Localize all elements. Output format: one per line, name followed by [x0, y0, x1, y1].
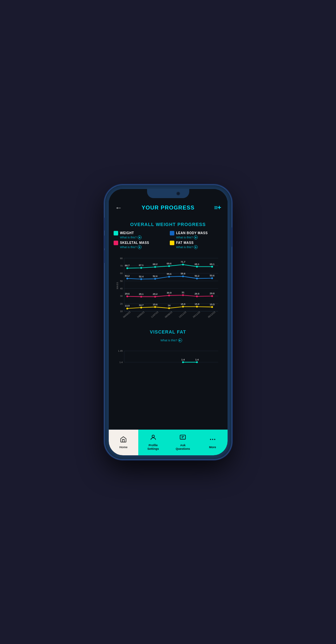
fat-dot-1	[126, 308, 128, 309]
fat-dot-3	[154, 306, 156, 308]
weight-what-is-this[interactable]: What is this? ▶	[120, 235, 167, 239]
fat-mass-info-icon[interactable]: ▶	[194, 245, 198, 249]
fat-dot-7	[211, 306, 213, 308]
svg-text:20: 20	[120, 302, 122, 305]
lean-dot-3	[154, 278, 156, 280]
overall-weight-chart: MASS 80 70 60 50	[114, 253, 223, 318]
svg-text:31: 31	[181, 291, 184, 294]
nav-home[interactable]: Home	[109, 430, 139, 455]
svg-text:15.6: 15.6	[153, 303, 157, 306]
phone-frame: ← YOUR PROGRESS ≡+ OVERALL WEIGHT PROGRE…	[105, 185, 231, 459]
svg-text:10: 10	[120, 310, 122, 313]
svg-text:05/12/23: 05/12/23	[207, 311, 216, 318]
weight-info-icon[interactable]: ▶	[138, 235, 142, 239]
nav-profile-settings[interactable]: Profile Settings	[138, 430, 168, 455]
chart-svg: MASS 80 70 60 50	[114, 253, 223, 318]
weight-dot-3	[154, 266, 156, 268]
svg-text:1.4: 1.4	[195, 358, 199, 361]
fat-dot-2	[140, 307, 142, 309]
svg-text:06/03/23: 06/03/23	[122, 311, 131, 318]
profile-icon	[150, 434, 157, 443]
home-icon	[120, 436, 127, 445]
weight-dot-1	[126, 267, 128, 269]
skeletal-dot-2	[140, 296, 142, 297]
skeletal-mass-what-is-this[interactable]: What is this? ▶	[120, 245, 167, 249]
skeletal-mass-color-box	[114, 241, 118, 245]
svg-text:67.1: 67.1	[139, 264, 143, 267]
skeletal-dot-6	[196, 295, 198, 297]
svg-text:55.8: 55.8	[180, 272, 185, 275]
svg-rect-62	[180, 435, 186, 439]
visceral-info-icon[interactable]: ▶	[178, 338, 182, 342]
svg-text:15.5: 15.5	[210, 303, 215, 306]
phone-screen: ← YOUR PROGRESS ≡+ OVERALL WEIGHT PROGRE…	[109, 189, 228, 455]
weight-color-box	[114, 231, 118, 235]
weight-label: WEIGHT	[120, 231, 134, 235]
skeletal-dot-5	[182, 294, 184, 296]
svg-text:53.6: 53.6	[210, 274, 215, 277]
svg-text:24/05/23: 24/05/23	[136, 311, 144, 318]
svg-text:53.2: 53.2	[125, 274, 130, 277]
weight-dot-7	[211, 266, 213, 268]
weight-dot-2	[140, 267, 142, 269]
svg-text:29.5: 29.5	[194, 292, 199, 295]
svg-text:29.8: 29.8	[210, 292, 215, 295]
lean-dot-6	[196, 277, 198, 279]
scroll-area[interactable]: OVERALL WEIGHT PROGRESS WEIGHT What is t…	[109, 217, 228, 429]
legend-skeletal-mass: SKELETAL MASS What is this? ▶	[114, 241, 167, 249]
fat-dot-6	[196, 306, 198, 308]
nav-more[interactable]: More	[198, 430, 228, 455]
chat-icon	[179, 434, 186, 443]
svg-text:30: 30	[120, 295, 122, 297]
app-content: ← YOUR PROGRESS ≡+ OVERALL WEIGHT PROGRE…	[109, 189, 228, 455]
skeletal-mass-label: SKELETAL MASS	[120, 241, 149, 245]
svg-text:40: 40	[120, 287, 122, 290]
legend-weight: WEIGHT What is this? ▶	[114, 231, 167, 239]
skeletal-dot-4	[168, 295, 170, 297]
overall-weight-section: OVERALL WEIGHT PROGRESS WEIGHT What is t…	[109, 217, 228, 323]
svg-text:29.1: 29.1	[139, 292, 143, 295]
fat-mass-color-box	[170, 241, 174, 245]
svg-text:52.6: 52.6	[153, 274, 157, 277]
visceral-section-title: VISCERAL FAT	[114, 329, 223, 335]
svg-text:15.9: 15.9	[194, 302, 199, 305]
nav-ask-label: Ask Questions	[176, 444, 190, 451]
lean-dot-2	[140, 278, 142, 280]
svg-point-64	[212, 439, 213, 440]
svg-point-65	[214, 439, 215, 440]
svg-text:29.6: 29.6	[125, 292, 130, 295]
visceral-fat-section: VISCERAL FAT What is this? ▶ 1.45 1.4	[109, 323, 228, 372]
svg-text:1.45: 1.45	[118, 349, 123, 352]
nav-home-label: Home	[119, 446, 128, 449]
visceral-what-is-this[interactable]: What is this? ▶	[120, 338, 223, 342]
legend-grid: WEIGHT What is this? ▶ LEAN BODY MASS	[114, 231, 223, 249]
visceral-dot-2	[196, 361, 198, 363]
lean-dot-4	[168, 276, 170, 278]
svg-text:30.9: 30.9	[167, 291, 171, 294]
lean-dot-7	[211, 277, 213, 279]
skeletal-mass-info-icon[interactable]: ▶	[138, 245, 142, 249]
svg-text:MASS: MASS	[116, 282, 118, 289]
svg-text:11/07/23: 11/07/23	[150, 311, 158, 318]
svg-text:71.7: 71.7	[180, 260, 185, 263]
svg-text:29/11/23: 29/11/23	[192, 311, 200, 318]
notch	[147, 189, 189, 198]
svg-text:55.6: 55.6	[167, 272, 171, 275]
legend-fat-mass: FAT MASS What is this? ▶	[170, 241, 223, 249]
lean-body-mass-what-is-this[interactable]: What is this? ▶	[176, 235, 223, 239]
skeletal-dot-1	[126, 295, 128, 297]
svg-text:15.9: 15.9	[180, 302, 185, 305]
svg-point-61	[152, 435, 154, 437]
back-button[interactable]: ←	[115, 204, 122, 212]
svg-text:53.2: 53.2	[194, 274, 199, 277]
lean-dot-5	[182, 275, 184, 277]
fat-mass-what-is-this[interactable]: What is this? ▶	[176, 245, 223, 249]
lean-body-mass-color-box	[170, 231, 174, 235]
svg-text:52.4: 52.4	[139, 275, 143, 278]
camera	[176, 192, 180, 196]
svg-text:80: 80	[120, 257, 122, 259]
nav-ask-questions[interactable]: Ask Questions	[168, 430, 198, 455]
svg-text:60: 60	[120, 272, 122, 275]
lean-body-mass-info-icon[interactable]: ▶	[194, 235, 198, 239]
fat-dot-5	[182, 306, 184, 308]
